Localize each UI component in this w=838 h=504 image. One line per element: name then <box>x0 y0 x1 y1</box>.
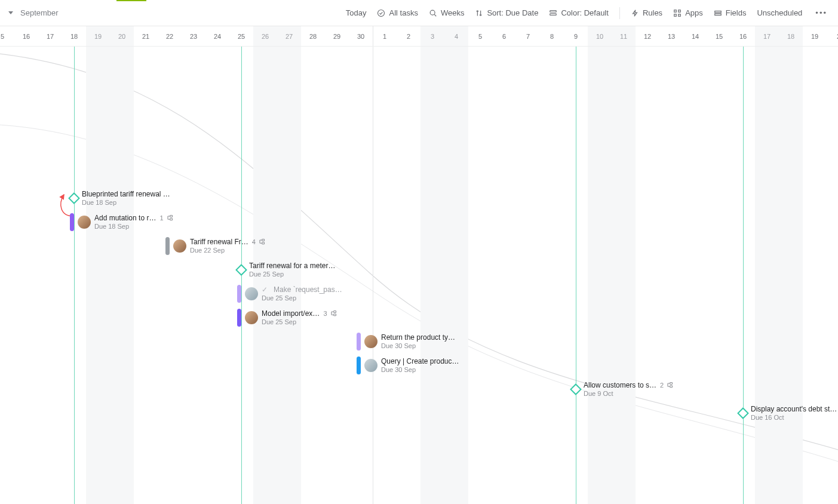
svg-rect-2 <box>550 10 557 12</box>
day-header: 15 <box>707 26 731 46</box>
day-header: 21 <box>134 26 158 46</box>
task-t5[interactable]: ✓Make `request_pas…Due 25 Sep <box>237 284 342 304</box>
task-title: Tariff renewal for a meter… <box>249 262 336 270</box>
day-header: 6 <box>492 26 516 46</box>
sort-icon <box>475 9 483 17</box>
fields-button[interactable]: Fields <box>714 8 747 17</box>
task-due: Due 18 Sep <box>82 199 170 207</box>
day-header: 23 <box>182 26 205 46</box>
day-header: 4 <box>444 26 468 46</box>
day-header: 10 <box>588 26 612 46</box>
svg-rect-10 <box>170 216 172 217</box>
day-header: 28 <box>301 26 325 46</box>
task-title: Add mutation to r… <box>94 214 156 222</box>
milestone-icon <box>737 407 749 419</box>
check-circle-icon <box>377 9 385 17</box>
task-t10[interactable]: Display account's debt st…Due 16 Oct <box>739 403 837 423</box>
day-header: 3 <box>420 26 444 46</box>
day-header: 13 <box>659 26 683 46</box>
month-divider <box>373 26 373 46</box>
svg-rect-7 <box>679 14 681 16</box>
milestone-vline <box>576 47 576 504</box>
divider <box>619 7 620 19</box>
day-header: 29 <box>325 26 349 46</box>
task-title: Return the product ty… <box>381 333 455 342</box>
day-header: 17 <box>755 26 779 46</box>
weekend-column <box>86 47 134 504</box>
month-label[interactable]: September <box>20 8 59 17</box>
day-header: 22 <box>158 26 182 46</box>
task-due: Due 25 Sep <box>249 271 336 278</box>
svg-rect-17 <box>670 386 673 388</box>
task-t1[interactable]: Blueprinted tariff renewal …Due 18 Sep <box>70 188 170 208</box>
svg-rect-4 <box>674 10 677 12</box>
task-t9[interactable]: Allow customers to s…2Due 9 Oct <box>572 379 673 399</box>
weekend-column <box>755 47 803 504</box>
day-header: 5 <box>0 26 14 46</box>
unscheduled-button[interactable]: Unscheduled <box>757 8 802 17</box>
day-header: 17 <box>38 26 62 46</box>
task-title: Allow customers to s… <box>584 381 656 389</box>
task-title: Blueprinted tariff renewal … <box>82 190 170 198</box>
subtask-count: 2 <box>660 382 673 389</box>
day-header: 16 <box>731 26 755 46</box>
task-pill <box>237 309 241 327</box>
task-t8[interactable]: Query | Create produc…Due 30 Sep <box>357 355 459 376</box>
task-due: Due 22 Sep <box>190 247 265 254</box>
day-header: 18 <box>62 26 86 46</box>
color-control[interactable]: Color: Default <box>549 8 608 17</box>
svg-rect-8 <box>715 11 722 13</box>
today-button[interactable]: Today <box>346 8 367 17</box>
month-caret-icon[interactable] <box>8 11 13 14</box>
task-t4[interactable]: Tariff renewal for a meter…Due 25 Sep <box>237 260 336 280</box>
zoom-weeks[interactable]: Weeks <box>429 8 465 17</box>
subtask-count: 3 <box>323 310 336 318</box>
day-header: 18 <box>779 26 803 46</box>
sort-control[interactable]: Sort: Due Date <box>475 8 538 17</box>
day-header: 2 <box>827 26 838 46</box>
task-due: Due 16 Oct <box>751 414 837 422</box>
svg-rect-11 <box>170 219 172 220</box>
task-title: Query | Create produc… <box>381 357 459 365</box>
task-t2[interactable]: Add mutation to r…1Due 18 Sep <box>70 212 173 232</box>
milestone-icon <box>68 192 80 204</box>
assignee-avatar <box>364 335 377 348</box>
milestone-vline <box>743 47 744 504</box>
task-t7[interactable]: Return the product ty…Due 30 Sep <box>357 331 455 352</box>
task-t6[interactable]: Model import/ex…3Due 25 Sep <box>237 308 337 328</box>
task-t3[interactable]: Tariff renewal Fr…4Due 22 Sep <box>165 236 265 256</box>
svg-rect-3 <box>550 13 557 15</box>
timeline-body[interactable]: Blueprinted tariff renewal …Due 18 SepAd… <box>0 47 838 504</box>
weekend-column <box>588 47 636 504</box>
task-title: Make `request_pas… <box>274 285 342 294</box>
check-icon: ✓ <box>262 285 268 294</box>
all-tasks-filter[interactable]: All tasks <box>377 8 418 17</box>
svg-rect-12 <box>262 239 265 241</box>
assignee-avatar <box>78 216 91 229</box>
tab-accent <box>116 0 146 1</box>
milestone-icon <box>235 264 247 276</box>
task-title: Model import/ex… <box>262 309 320 318</box>
day-header: 24 <box>205 26 229 46</box>
day-header: 5 <box>468 26 492 46</box>
task-due: Due 25 Sep <box>262 294 342 302</box>
apps-button[interactable]: Apps <box>673 8 703 17</box>
day-header: 9 <box>564 26 588 46</box>
rules-button[interactable]: Rules <box>631 8 662 17</box>
day-header: 11 <box>612 26 636 46</box>
task-pill <box>70 213 74 231</box>
timeline-toolbar: September Today All tasks Weeks Sort: Du… <box>0 0 838 26</box>
day-header: 1 <box>373 26 397 46</box>
task-due: Due 9 Oct <box>584 390 673 398</box>
grid-icon <box>673 9 682 17</box>
svg-rect-16 <box>670 383 673 385</box>
svg-rect-14 <box>333 311 336 313</box>
milestone-icon <box>570 383 582 395</box>
more-menu-icon[interactable]: ••• <box>813 8 830 17</box>
task-due: Due 25 Sep <box>262 318 337 326</box>
svg-rect-13 <box>262 242 265 244</box>
task-due: Due 30 Sep <box>381 342 455 350</box>
subtask-count: 1 <box>159 214 173 222</box>
day-header: 19 <box>803 26 827 46</box>
day-header: 7 <box>516 26 540 46</box>
